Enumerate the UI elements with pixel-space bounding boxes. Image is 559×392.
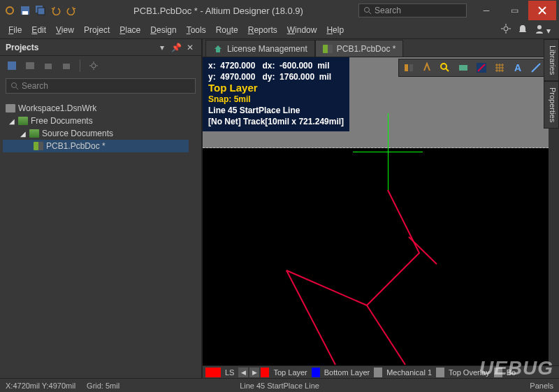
add-project-icon[interactable] [42,59,55,72]
tree-label: Workspace1.DsnWrk [18,103,96,113]
menu-edit[interactable]: Edit [31,25,46,35]
svg-rect-17 [45,64,52,69]
tree-pcb-doc[interactable]: PCB1.PcbDoc * [3,140,189,152]
svg-rect-4 [38,8,45,15]
svg-line-39 [532,64,540,72]
svg-point-5 [365,8,370,13]
cursor-crosshair-h [353,152,423,152]
redo-icon[interactable] [64,3,78,17]
panels-button[interactable]: Panels [530,382,553,390]
status-coords: X:4720mil Y:4970mil [6,382,75,390]
menubar: File Edit View Project Place Design Tool… [0,21,559,39]
status-bar: X:4720mil Y:4970mil Grid: 5mil Line 45 S… [0,378,559,392]
tree-free-documents[interactable]: ◢ Free Documents [3,115,198,127]
layer-next-button[interactable]: ▶ [249,368,259,377]
menu-place[interactable]: Place [119,25,140,35]
layer-tab-bottom[interactable]: Bottom Layer [312,368,372,377]
pcb-icon [323,44,333,54]
layer-tab-overlay[interactable]: Top Overlay [436,368,493,377]
svg-point-9 [504,27,508,31]
svg-rect-16 [26,62,34,69]
save-project-icon[interactable] [6,59,18,72]
settings-icon[interactable] [501,24,511,36]
svg-rect-18 [63,64,70,69]
global-search-input[interactable]: Search [358,3,467,17]
panel-pin-icon[interactable]: 📌 [170,42,182,53]
menu-route[interactable]: Route [216,25,238,35]
pcb-doc-icon [34,142,43,150]
user-icon[interactable]: ▾ [535,24,551,36]
menu-view[interactable]: View [56,25,74,35]
notifications-icon[interactable] [518,24,528,36]
status-grid: Grid: 5mil [87,382,119,390]
panel-title: Projects [6,43,38,52]
undo-icon[interactable] [49,3,63,17]
line-icon[interactable] [529,61,543,75]
menu-reports[interactable]: Reports [248,25,277,35]
svg-line-6 [369,12,371,14]
menu-file[interactable]: File [8,25,22,35]
save-icon[interactable] [18,3,32,17]
ls-button[interactable]: LS [222,368,237,377]
home-icon [213,44,223,54]
tab-pcb-doc[interactable]: PCB1.PcbDoc * [315,40,404,57]
svg-rect-26 [405,64,408,71]
tree-workspace[interactable]: Workspace1.DsnWrk [3,102,198,115]
layer-tab-bo[interactable]: Bo [494,368,518,377]
panel-search-input[interactable]: Search [6,78,196,94]
tab-label: PCB1.PcbDoc * [337,44,396,54]
select-icon[interactable] [456,61,470,75]
layer-prev-button[interactable]: ◀ [238,368,248,377]
window-title: PCB1.PcbDoc * - Altium Designer (18.0.9) [78,6,358,16]
project-tree: Workspace1.DsnWrk ◢ Free Documents ◢ Sou… [0,96,201,378]
hud-track: [No Net] Track[10mil x 721.249mil] [208,116,344,127]
side-tab-properties[interactable]: Properties [544,81,559,129]
svg-rect-27 [409,64,413,71]
folder-icon [29,129,39,138]
panel-settings-icon[interactable] [87,59,100,72]
menu-tools[interactable]: Tools [187,25,206,35]
svg-line-25 [16,87,18,89]
altium-icon[interactable] [474,61,488,75]
search-placeholder: Search [375,6,401,15]
svg-point-0 [6,7,13,14]
minimize-button[interactable]: ─ [472,1,500,20]
current-layer-swatch[interactable] [205,368,221,377]
tree-label: Free Documents [31,116,93,126]
document-tabs: License Management PCB1.PcbDoc * [203,39,559,57]
svg-rect-30 [459,65,467,71]
add-existing-icon[interactable] [60,59,73,72]
panel-dropdown-icon[interactable]: ▾ [157,42,168,53]
tab-license-management[interactable]: License Management [205,40,315,57]
tree-source-documents[interactable]: ◢ Source Documents [3,127,198,140]
close-button[interactable] [528,1,556,20]
active-bar-toolbar: A [398,59,546,77]
status-mode: Line 45 StartPlace Line [240,382,319,390]
text-icon[interactable]: A [511,61,525,75]
menu-design[interactable]: Design [150,25,176,35]
tree-twisty-icon[interactable]: ◢ [20,130,27,138]
heads-up-display: x: 4720.000 dx: -600.000 mil y: 4970.000… [203,57,349,131]
zoom-icon[interactable] [438,61,452,75]
tree-label: PCB1.PcbDoc * [46,141,106,151]
svg-rect-2 [22,11,28,15]
side-tab-libraries[interactable]: Libraries [544,39,559,81]
titlebar: PCB1.PcbDoc * - Altium Designer (18.0.9)… [0,0,559,21]
maximize-button[interactable]: ▭ [500,1,528,20]
right-side-tabs: Libraries Properties [544,39,559,129]
svg-point-24 [12,83,17,88]
layer-tab-top[interactable]: Top Layer [261,368,310,377]
mask-icon[interactable] [402,61,416,75]
tree-twisty-icon[interactable]: ◢ [8,117,15,125]
pcb-canvas[interactable]: x: 4720.000 dx: -600.000 mil y: 4970.000… [203,57,559,378]
layer-tab-mechanical[interactable]: Mechanical 1 [374,368,435,377]
menu-help[interactable]: Help [326,25,344,35]
save-all-icon[interactable] [34,3,48,17]
menu-window[interactable]: Window [287,25,317,35]
menu-project[interactable]: Project [84,25,110,35]
panel-close-icon[interactable]: ✕ [184,42,196,53]
hud-layer: Top Layer [208,82,344,94]
grid-icon[interactable] [493,61,507,75]
clear-icon[interactable] [420,61,434,75]
compile-icon[interactable] [24,59,36,72]
